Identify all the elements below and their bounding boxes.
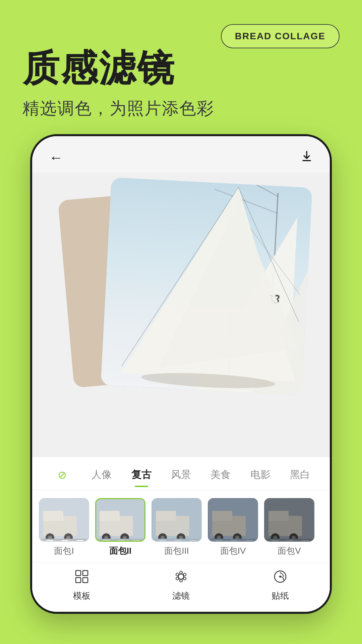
nav-template-label: 模板 bbox=[73, 590, 90, 602]
filter-tab-food[interactable]: 美食 bbox=[201, 465, 240, 484]
back-button[interactable]: ← bbox=[49, 150, 63, 166]
filter-thumb-bread5[interactable]: 面包V bbox=[264, 498, 314, 557]
svg-rect-39 bbox=[174, 540, 181, 541]
phone-mockup: ← bbox=[30, 134, 332, 614]
filter-section: ⊘ 人像 复古 风景 美食 电影 黑白 bbox=[32, 457, 330, 612]
svg-rect-38 bbox=[159, 540, 166, 541]
subtitle: 精选调色，为照片添色彩 bbox=[22, 97, 214, 120]
svg-rect-50 bbox=[231, 540, 237, 541]
svg-rect-32 bbox=[156, 511, 176, 521]
filter-tab-portrait[interactable]: 人像 bbox=[82, 465, 121, 484]
thumb-truck-svg-4 bbox=[209, 499, 258, 542]
filter-tab-landscape[interactable]: 风景 bbox=[161, 465, 201, 484]
svg-point-71 bbox=[183, 573, 186, 576]
bottom-nav: 模板 滤镜 bbox=[32, 562, 330, 612]
download-button[interactable] bbox=[300, 150, 313, 166]
filter-tab-bw[interactable]: 黑白 bbox=[280, 465, 320, 484]
filter-tabs: ⊘ 人像 复古 风景 美食 电影 黑白 bbox=[32, 457, 330, 490]
svg-rect-61 bbox=[287, 540, 294, 541]
photo-card-front: 63 bbox=[101, 177, 312, 396]
filter-thumbnails: 面包I bbox=[32, 490, 330, 562]
svg-rect-28 bbox=[118, 540, 125, 541]
brand-badge: BREAD COLLAGE bbox=[221, 24, 340, 48]
svg-rect-27 bbox=[103, 540, 110, 541]
filter-label-bread1: 面包I bbox=[54, 545, 74, 557]
nav-sticker[interactable]: 贴纸 bbox=[231, 569, 330, 602]
svg-point-75 bbox=[279, 576, 281, 578]
filter-thumb-bread2[interactable]: 面包II bbox=[95, 498, 145, 557]
svg-rect-64 bbox=[83, 571, 88, 576]
filter-thumb-bread3[interactable]: 面包III bbox=[152, 498, 202, 557]
rigging-svg bbox=[101, 177, 312, 396]
nav-sticker-label: 贴纸 bbox=[272, 590, 289, 602]
nav-template[interactable]: 模板 bbox=[32, 569, 131, 602]
svg-rect-63 bbox=[76, 571, 81, 576]
svg-rect-17 bbox=[62, 540, 68, 541]
svg-point-70 bbox=[176, 573, 179, 576]
svg-rect-60 bbox=[272, 540, 279, 541]
filter-label-bread4: 面包IV bbox=[220, 545, 246, 557]
svg-rect-49 bbox=[216, 540, 222, 541]
thumb-truck-svg-3 bbox=[153, 499, 202, 542]
main-title: 质感滤镜 bbox=[22, 44, 175, 94]
svg-rect-16 bbox=[47, 540, 53, 541]
filter-label-bread3: 面包III bbox=[164, 545, 189, 557]
filter-tab-retro[interactable]: 复古 bbox=[122, 465, 161, 484]
filter-label-bread5: 面包V bbox=[278, 545, 301, 557]
svg-rect-10 bbox=[43, 511, 63, 521]
svg-rect-62 bbox=[302, 540, 309, 541]
nav-filter[interactable]: 滤镜 bbox=[131, 569, 231, 602]
sticker-icon bbox=[273, 569, 288, 587]
svg-rect-51 bbox=[246, 540, 252, 541]
nav-filter-label: 滤镜 bbox=[172, 590, 190, 602]
filter-tab-cinema[interactable]: 电影 bbox=[240, 465, 280, 484]
svg-point-73 bbox=[183, 577, 186, 580]
thumb-truck-svg-5 bbox=[265, 499, 314, 542]
svg-rect-66 bbox=[83, 578, 88, 583]
template-icon bbox=[74, 569, 89, 587]
phone-header: ← bbox=[32, 136, 330, 172]
filter-label-bread2: 面包II bbox=[109, 545, 131, 557]
filter-thumb-bread4[interactable]: 面包IV bbox=[208, 498, 258, 557]
thumb-truck-svg-2 bbox=[96, 499, 145, 542]
svg-rect-18 bbox=[77, 540, 83, 541]
thumb-truck-svg-1 bbox=[40, 499, 89, 542]
svg-rect-43 bbox=[212, 511, 232, 521]
svg-rect-21 bbox=[100, 511, 120, 521]
svg-point-67 bbox=[178, 574, 184, 579]
filter-thumb-bread1[interactable]: 面包I bbox=[39, 498, 89, 557]
svg-rect-40 bbox=[189, 540, 196, 541]
svg-rect-65 bbox=[76, 578, 81, 583]
photo-canvas: 63 bbox=[32, 172, 330, 457]
filter-icon bbox=[174, 569, 188, 587]
filter-tab-none[interactable]: ⊘ bbox=[42, 466, 82, 484]
svg-rect-29 bbox=[133, 540, 140, 541]
svg-rect-54 bbox=[268, 511, 289, 521]
svg-point-72 bbox=[176, 577, 179, 580]
